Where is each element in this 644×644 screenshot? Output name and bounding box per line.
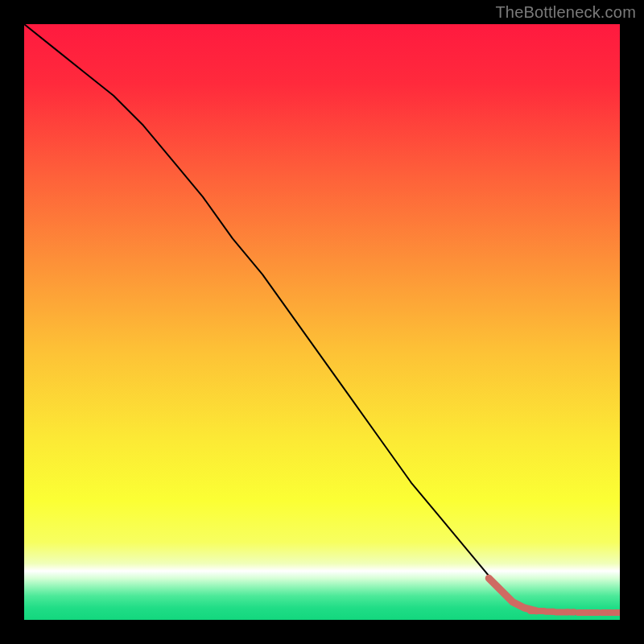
main-curve — [24, 24, 536, 611]
plot-area — [24, 24, 620, 620]
chart-curve-layer — [24, 24, 620, 620]
watermark-text: TheBottleneck.com — [495, 3, 636, 22]
chart-stage: TheBottleneck.com — [0, 0, 644, 644]
highlight-segment — [489, 578, 536, 611]
